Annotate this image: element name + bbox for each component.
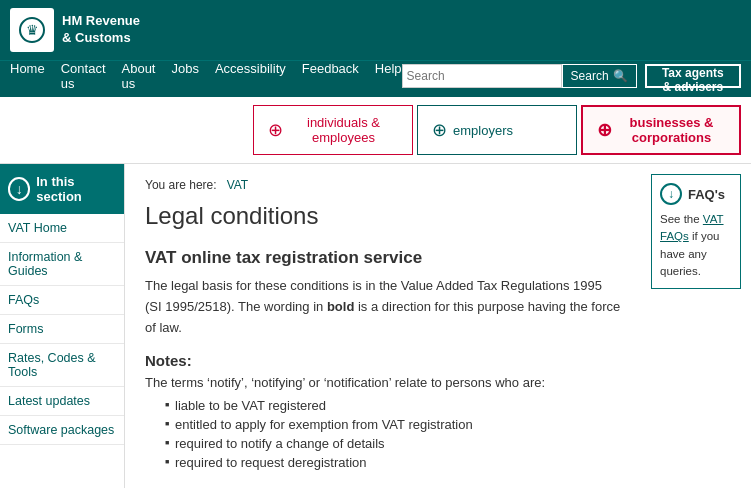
businesses-arrow-icon: ⊕ [597, 119, 612, 141]
faq-box: ↓ FAQ's See the VAT FAQs if you have any… [651, 174, 741, 289]
notes-title: Notes: [145, 352, 621, 369]
right-panel: ↓ FAQ's See the VAT FAQs if you have any… [641, 164, 751, 488]
faq-download-icon: ↓ [660, 183, 682, 205]
vat-service-title: VAT online tax registration service [145, 248, 621, 268]
main-layout: ↓ In this section VAT Home Information &… [0, 164, 751, 488]
search-label: Search [571, 69, 609, 83]
notes-text: The terms ‘notify’, ‘notifying’ or ‘noti… [145, 375, 621, 390]
header: ♛ HM Revenue & Customs [0, 0, 751, 60]
bullet-list: liable to be VAT registeredentitled to a… [165, 398, 621, 470]
tax-agents-button[interactable]: Tax agents & advisers [645, 64, 741, 88]
logo-crown: ♛ [10, 8, 54, 52]
sidebar-item-vat-home[interactable]: VAT Home [0, 214, 124, 243]
breadcrumb: You are here: VAT [145, 178, 621, 192]
employers-arrow-icon: ⊕ [432, 119, 447, 141]
list-item: required to request deregistration [165, 455, 621, 470]
nav-links: Home Contact us About us Jobs Accessibil… [10, 61, 402, 91]
sidebar-item-info-guides[interactable]: Information & Guides [0, 243, 124, 286]
faq-header: ↓ FAQ's [660, 183, 732, 205]
sidebar-arrow-icon: ↓ [8, 177, 30, 201]
sidebar-item-latest[interactable]: Latest updates [0, 387, 124, 416]
search-button[interactable]: Search 🔍 [562, 64, 637, 88]
list-item: liable to be VAT registered [165, 398, 621, 413]
employers-label: employers [453, 123, 513, 138]
sidebar: ↓ In this section VAT Home Information &… [0, 164, 125, 488]
tab-individuals[interactable]: ⊕ individuals & employees [253, 105, 413, 155]
logo-text: HM Revenue & Customs [62, 13, 140, 47]
intro-text: The legal basis for these conditions is … [145, 276, 621, 338]
sidebar-item-faqs[interactable]: FAQs [0, 286, 124, 315]
nav-bar: Home Contact us About us Jobs Accessibil… [0, 60, 751, 97]
intro-bold: bold [327, 299, 354, 314]
nav-jobs[interactable]: Jobs [171, 61, 198, 91]
tab-businesses[interactable]: ⊕ businesses & corporations [581, 105, 741, 155]
content-area: You are here: VAT Legal conditions VAT o… [125, 164, 641, 488]
individuals-arrow-icon: ⊕ [268, 119, 283, 141]
faq-text-start: See the [660, 213, 700, 225]
nav-help[interactable]: Help [375, 61, 402, 91]
sidebar-item-forms[interactable]: Forms [0, 315, 124, 344]
breadcrumb-link[interactable]: VAT [227, 178, 249, 192]
list-item: entitled to apply for exemption from VAT… [165, 417, 621, 432]
sidebar-section-label: In this section [36, 174, 116, 204]
nav-feedback[interactable]: Feedback [302, 61, 359, 91]
audience-tabs: ⊕ individuals & employees ⊕ employers ⊕ … [0, 97, 751, 164]
tab-employers[interactable]: ⊕ employers [417, 105, 577, 155]
sidebar-item-software[interactable]: Software packages [0, 416, 124, 445]
search-form: Search 🔍 [402, 64, 637, 88]
nav-about[interactable]: About us [122, 61, 156, 91]
individuals-label: individuals & employees [289, 115, 398, 145]
sidebar-header: ↓ In this section [0, 164, 124, 214]
faq-text: See the VAT FAQs if you have any queries… [660, 211, 732, 280]
faq-title: FAQ's [688, 187, 725, 202]
nav-home[interactable]: Home [10, 61, 45, 91]
sidebar-nav: VAT Home Information & Guides FAQs Forms… [0, 214, 124, 445]
breadcrumb-label: You are here: [145, 178, 217, 192]
search-icon: 🔍 [613, 69, 628, 83]
logo-box: ♛ HM Revenue & Customs [10, 8, 140, 52]
sidebar-item-rates[interactable]: Rates, Codes & Tools [0, 344, 124, 387]
svg-text:♛: ♛ [26, 22, 39, 38]
nav-contact[interactable]: Contact us [61, 61, 106, 91]
nav-accessibility[interactable]: Accessibility [215, 61, 286, 91]
nav-right: Search 🔍 Tax agents & advisers [402, 64, 741, 88]
businesses-label: businesses & corporations [618, 115, 725, 145]
page-title: Legal conditions [145, 202, 621, 230]
list-item: required to notify a change of details [165, 436, 621, 451]
search-input[interactable] [402, 64, 562, 88]
